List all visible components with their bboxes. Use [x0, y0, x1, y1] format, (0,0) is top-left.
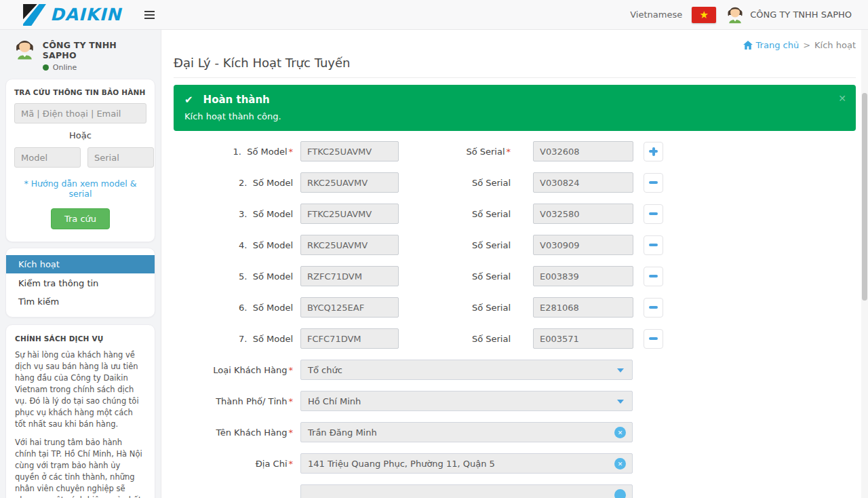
breadcrumb-current: Kích hoạt: [814, 40, 856, 50]
warranty-lookup-panel: TRA CỨU THÔNG TIN BẢO HÀNH Hoặc * Hướng …: [5, 79, 155, 242]
model-input[interactable]: [300, 235, 399, 255]
serial-input[interactable]: [533, 328, 633, 349]
sidebar-item-check-info[interactable]: Kiểm tra thông tin: [6, 275, 155, 292]
close-icon[interactable]: ✕: [838, 93, 846, 104]
top-header: DAIKIN Vietnamese ★ CÔNG TY TNHH SAPHO: [0, 0, 868, 30]
home-icon: [743, 41, 753, 50]
lookup-serial-input[interactable]: [87, 147, 154, 168]
service-policy-panel: CHÍNH SÁCH DỊCH VỤ Sự hài lòng của khách…: [5, 324, 155, 498]
model-label: 1. Số Model*: [174, 147, 293, 157]
address-label: Địa Chỉ*: [174, 459, 293, 469]
user-avatar-icon: [726, 5, 745, 24]
lookup-search-button[interactable]: Tra cứu: [51, 208, 110, 229]
minus-icon: [649, 337, 658, 340]
policy-paragraph: Với hai trung tâm bảo hành chính tại TP.…: [15, 437, 146, 498]
sidebar-user-name: CÔNG TY TNHH SAPHO: [43, 40, 150, 60]
or-label: Hoặc: [14, 130, 146, 140]
remove-row-button[interactable]: [644, 267, 663, 286]
customer-type-select[interactable]: Tổ chức: [300, 360, 633, 380]
sidebar-item-activate[interactable]: Kích hoạt: [6, 255, 155, 273]
product-row: 5. Số Model Số Serial: [174, 266, 856, 286]
address-row: Địa Chỉ* 141 Triệu Quang Phục, Phường 11…: [174, 453, 856, 474]
alert-message: Kích hoạt thành công.: [184, 111, 845, 121]
caret-down-icon: [617, 368, 624, 372]
model-input[interactable]: [300, 204, 399, 224]
model-serial-guide-link[interactable]: * Hướng dẫn xem model & serial: [14, 178, 146, 199]
main-content: Trang chủ > Kích hoạt Đại Lý - Kích Hoạt…: [161, 30, 868, 498]
model-label: 6. Số Model: [174, 303, 293, 313]
daikin-logo-mark-icon: [23, 4, 46, 26]
add-row-button[interactable]: [644, 142, 663, 161]
lookup-panel-title: TRA CỨU THÔNG TIN BẢO HÀNH: [14, 88, 146, 96]
product-row: 6. Số Model Số Serial: [174, 297, 856, 318]
customer-name-label: Tên Khách Hàng*: [174, 427, 293, 438]
remove-row-button[interactable]: [644, 204, 663, 224]
next-field-row: [174, 484, 856, 498]
address-input[interactable]: 141 Triệu Quang Phục, Phường 11, Quận 5 …: [300, 453, 633, 474]
serial-input[interactable]: [533, 235, 633, 255]
sidebar-avatar-icon: [14, 38, 36, 61]
model-label: 5. Số Model: [174, 271, 293, 282]
caret-down-icon: [617, 400, 624, 404]
check-icon: ✔: [184, 94, 193, 106]
serial-label: Số Serial: [399, 240, 533, 250]
model-label: 7. Số Model: [174, 334, 293, 344]
serial-input[interactable]: [533, 172, 633, 193]
clear-icon[interactable]: ✕: [614, 427, 626, 438]
minus-icon: [649, 306, 658, 309]
vertical-scrollbar[interactable]: [861, 30, 868, 498]
activation-form: 1. Số Model* Số Serial* 2. Số Model Số S…: [174, 141, 856, 498]
clear-icon[interactable]: ✕: [614, 458, 626, 470]
header-user-name: CÔNG TY TNHH SAPHO: [750, 9, 852, 20]
model-input[interactable]: [300, 297, 399, 318]
customer-name-row: Tên Khách Hàng* Trần Đăng Minh ✕: [174, 422, 856, 442]
plus-icon: [652, 147, 655, 156]
language-label: Vietnamese: [630, 9, 682, 20]
model-input[interactable]: [300, 172, 399, 193]
product-row: 7. Số Model Số Serial: [174, 328, 856, 349]
header-user-menu[interactable]: CÔNG TY TNHH SAPHO: [726, 5, 852, 24]
model-input[interactable]: [300, 141, 399, 161]
breadcrumb-home-link[interactable]: Trang chủ: [743, 40, 800, 50]
customer-name-input[interactable]: Trần Đăng Minh ✕: [300, 422, 633, 442]
serial-input[interactable]: [533, 141, 633, 161]
next-field-input[interactable]: [300, 484, 633, 498]
sidebar-item-search[interactable]: Tìm kiếm: [6, 293, 155, 310]
product-row: 2. Số Model Số Serial: [174, 172, 856, 193]
customer-type-row: Loại Khách Hàng* Tổ chức: [174, 360, 856, 380]
minus-icon: [649, 212, 658, 215]
remove-row-button[interactable]: [644, 298, 663, 318]
clear-icon[interactable]: [614, 489, 626, 498]
breadcrumb-separator: >: [803, 40, 810, 50]
remove-row-button[interactable]: [644, 329, 663, 349]
scrollbar-thumb[interactable]: [862, 93, 867, 301]
product-row: 3. Số Model Số Serial: [174, 204, 856, 224]
model-label: 3. Số Model: [174, 209, 293, 219]
lookup-code-input[interactable]: [14, 103, 146, 123]
model-input[interactable]: [300, 266, 399, 286]
model-label: 4. Số Model: [174, 240, 293, 250]
hamburger-menu-icon[interactable]: [142, 8, 157, 22]
serial-label: Số Serial: [399, 271, 533, 282]
serial-label: Số Serial: [399, 209, 533, 219]
policy-title: CHÍNH SÁCH DỊCH VỤ: [15, 334, 146, 343]
remove-row-button[interactable]: [644, 235, 663, 255]
vietnam-flag-icon[interactable]: ★: [692, 7, 716, 23]
serial-input[interactable]: [533, 297, 633, 318]
serial-input[interactable]: [533, 204, 633, 224]
policy-paragraph: Sự hài lòng của khách hàng về dịch vụ sa…: [15, 349, 146, 430]
sidebar: CÔNG TY TNHH SAPHO Online TRA CỨU THÔNG …: [0, 30, 161, 498]
sidebar-menu: Kích hoạt Kiểm tra thông tin Tìm kiếm: [5, 248, 155, 318]
page-title: Đại Lý - Kích Hoạt Trực Tuyến: [174, 56, 856, 78]
city-select[interactable]: Hồ Chí Minh: [300, 391, 633, 411]
remove-row-button[interactable]: [644, 173, 663, 193]
online-status-dot: [43, 64, 49, 71]
lookup-model-input[interactable]: [14, 147, 81, 168]
serial-input[interactable]: [533, 266, 633, 286]
daikin-logo[interactable]: DAIKIN: [23, 4, 121, 26]
serial-label: Số Serial: [399, 334, 533, 344]
minus-icon: [649, 181, 658, 184]
alert-title: Hoàn thành: [203, 94, 270, 106]
product-row: 4. Số Model Số Serial: [174, 235, 856, 255]
model-input[interactable]: [300, 328, 399, 349]
